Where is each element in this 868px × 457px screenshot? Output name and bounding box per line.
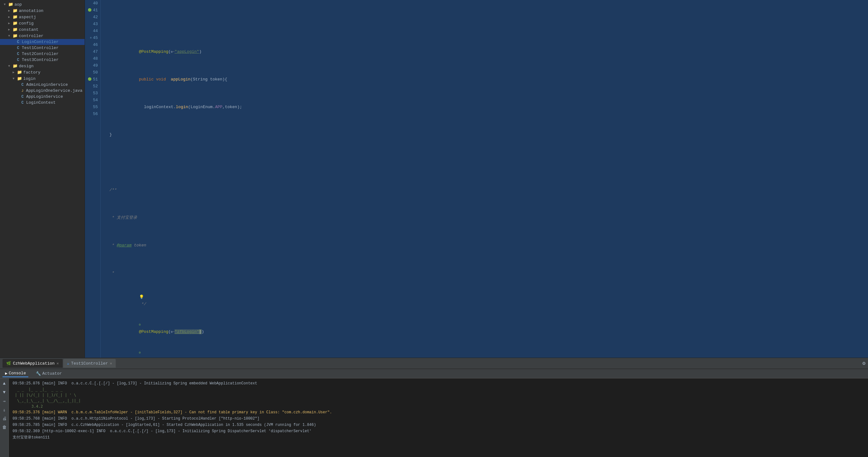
- sidebar-item-label: factory: [23, 70, 40, 75]
- arrow-icon: ▶: [8, 9, 12, 12]
- tab-test1[interactable]: ☕ Test1Controller ✕: [63, 359, 116, 368]
- line-num-52: 52: [86, 83, 98, 90]
- sidebar-item-label: config: [19, 21, 34, 26]
- line-num-47: 47: [86, 48, 98, 55]
- console-tab-label: Console: [9, 371, 26, 376]
- sidebar-item-label: LoginContext: [26, 100, 56, 105]
- folder-icon: 📁: [12, 33, 18, 38]
- console-toolbar: ▶ Console 🔧 Actuator: [0, 369, 868, 379]
- actuator-tab-label: Actuator: [42, 371, 62, 376]
- sidebar-item-aspectj[interactable]: ▶ 📁 aspectj: [0, 14, 85, 20]
- arrow-icon: ▶: [8, 21, 12, 25]
- console-tab-actuator[interactable]: 🔧 Actuator: [33, 370, 64, 377]
- sidebar-item-label: design: [19, 64, 34, 68]
- sidebar-item-test1-controller[interactable]: C Test1Controller: [0, 45, 85, 51]
- code-line-49: *: [103, 270, 866, 276]
- log-line-warn: 09:58:25.376 [main] WARN c.b.m.c.m.Table…: [12, 409, 864, 416]
- sidebar-item-admin-login-service[interactable]: C AdminLoginService: [0, 82, 85, 88]
- folder-icon: 📁: [12, 27, 18, 32]
- sidebar-item-label: annotation: [19, 8, 43, 13]
- code-line-50: 💡 */: [103, 297, 866, 304]
- line-num-50: 50: [86, 69, 98, 76]
- sidebar-item-constant[interactable]: ▶ 📁 constant: [0, 26, 85, 33]
- arrow-icon: ▶: [12, 70, 17, 74]
- line-numbers: 40 🟢41 42 43 44 ≡45 46 47 48 49 50 🟢51 5…: [85, 0, 101, 358]
- ascii-line-3: \_,_|_\__,_| \__/\__,_|_||_|: [12, 398, 864, 403]
- class-icon: C: [21, 95, 24, 99]
- console-content: ▲ ▼ ⇒ ⇓ 🖨 🗑 09:58:25.076 [main] INFO o.a…: [0, 379, 868, 457]
- sidebar-item-annotation[interactable]: ▶ 📁 annotation: [0, 7, 85, 14]
- sidebar-item-label: LoginController: [22, 40, 59, 44]
- line-num-41: 🟢41: [86, 7, 98, 14]
- folder-icon: 📁: [8, 2, 13, 7]
- code-line-43: loginContext.login(LoginEnum.APP,token);: [103, 104, 866, 111]
- class-icon: C: [17, 58, 19, 62]
- arrow-icon: ▼: [12, 77, 17, 80]
- sidebar-item-label: AdminLoginService: [26, 83, 68, 87]
- line-num-43: 43: [86, 21, 98, 28]
- java-file-icon: J: [21, 89, 24, 93]
- spring-icon: 🌿: [6, 361, 11, 366]
- scroll-down-button[interactable]: ▼: [1, 389, 7, 395]
- sidebar-item-label: Test3Controller: [22, 58, 59, 62]
- sidebar-item-aop[interactable]: ▼ 📁 aop: [0, 1, 85, 7]
- sidebar-item-label: aop: [14, 2, 22, 7]
- tab-close-test1[interactable]: ✕: [110, 361, 112, 366]
- log-line-3: 09:58:25.768 [main] INFO o.a.c.h.Http11N…: [12, 416, 864, 422]
- sidebar-item-app-login-one[interactable]: J AppLoginOneService.java: [0, 88, 85, 94]
- ascii-line-1: _ _ |_ _ _|_ _ _ _: [12, 387, 864, 392]
- sidebar-item-factory[interactable]: ▶ 📁 factory: [0, 69, 85, 75]
- code-line-44: }: [103, 131, 866, 138]
- sidebar-item-test3-controller[interactable]: C Test3Controller: [0, 57, 85, 63]
- line-num-45: ≡45: [86, 35, 98, 41]
- sidebar-item-login-controller[interactable]: C LoginController: [0, 39, 85, 45]
- sidebar-item-controller[interactable]: ▼ 📁 controller: [0, 33, 85, 39]
- sidebar-item-app-login-service[interactable]: C AppLoginService: [0, 94, 85, 100]
- sidebar-item-login-context[interactable]: C LoginContext: [0, 100, 85, 106]
- ascii-line-4: 3.4.2: [31, 403, 864, 409]
- print-button[interactable]: 🖨: [1, 416, 7, 422]
- arrow-icon: ▼: [8, 64, 12, 68]
- wrap-button[interactable]: ⇒: [1, 398, 7, 404]
- arrow-icon: ▼: [4, 3, 8, 6]
- sidebar-item-test2-controller[interactable]: C Test2Controller: [0, 51, 85, 57]
- sidebar-item-login-folder[interactable]: ▼ 📁 login: [0, 75, 85, 82]
- console-icon: ▶: [5, 371, 7, 376]
- folder-icon: 📁: [12, 64, 18, 68]
- annotation-text: @PostMapping: [139, 50, 168, 54]
- clear-button[interactable]: 🗑: [1, 424, 7, 431]
- tab-label: Test1Controller: [71, 361, 108, 366]
- scroll-up-button[interactable]: ▲: [1, 380, 7, 387]
- sidebar-item-design[interactable]: ▼ 📁 design: [0, 63, 85, 69]
- console-tab-console[interactable]: ▶ Console: [2, 370, 28, 377]
- sidebar-item-label: Test1Controller: [22, 45, 59, 50]
- editor-tabs-bar: 🌿 CzhWebApplication ✕ ☕ Test1Controller …: [0, 358, 868, 369]
- sidebar-item-label: controller: [19, 34, 43, 38]
- console-log: 09:58:25.076 [main] INFO o.a.c.c.C.[.[.[…: [9, 379, 868, 457]
- log-line-1: 09:58:25.076 [main] INFO o.a.c.c.C.[.[.[…: [12, 380, 864, 387]
- sidebar-item-label: Test2Controller: [22, 52, 59, 56]
- java-icon: ☕: [67, 361, 69, 366]
- tab-close-czh-web[interactable]: ✕: [57, 361, 59, 366]
- line-num-49: 49: [86, 62, 98, 69]
- class-icon: C: [21, 83, 24, 87]
- line-num-48: 48: [86, 55, 98, 62]
- folder-icon: 📁: [12, 8, 18, 13]
- tab-label: CzhWebApplication: [13, 361, 55, 366]
- class-icon: C: [17, 46, 19, 50]
- log-line-4: 09:58:25.785 [main] INFO c.c.CzhWebAppli…: [12, 422, 864, 428]
- filter-button[interactable]: ⇓: [1, 407, 7, 413]
- arrow-icon: ▶: [8, 28, 12, 31]
- folder-icon: 📁: [12, 21, 18, 26]
- actuator-icon: 🔧: [36, 371, 41, 376]
- code-line-41: @PostMapping(⊙~"appLogin"): [103, 48, 866, 55]
- class-icon: C: [17, 40, 19, 44]
- tab-czh-web[interactable]: 🌿 CzhWebApplication ✕: [2, 359, 63, 368]
- sidebar-item-config[interactable]: ▶ 📁 config: [0, 20, 85, 26]
- code-line-40: [103, 21, 866, 28]
- settings-icon[interactable]: ⚙: [862, 360, 866, 366]
- ascii-art: _ _ |_ _ _|_ _ _ _ | || |\/(_| | |_)/(_|…: [12, 387, 864, 409]
- line-num-51: 🟢51: [86, 76, 98, 83]
- sidebar-item-label: aspectj: [19, 15, 36, 20]
- line-num-54: 54: [86, 97, 98, 104]
